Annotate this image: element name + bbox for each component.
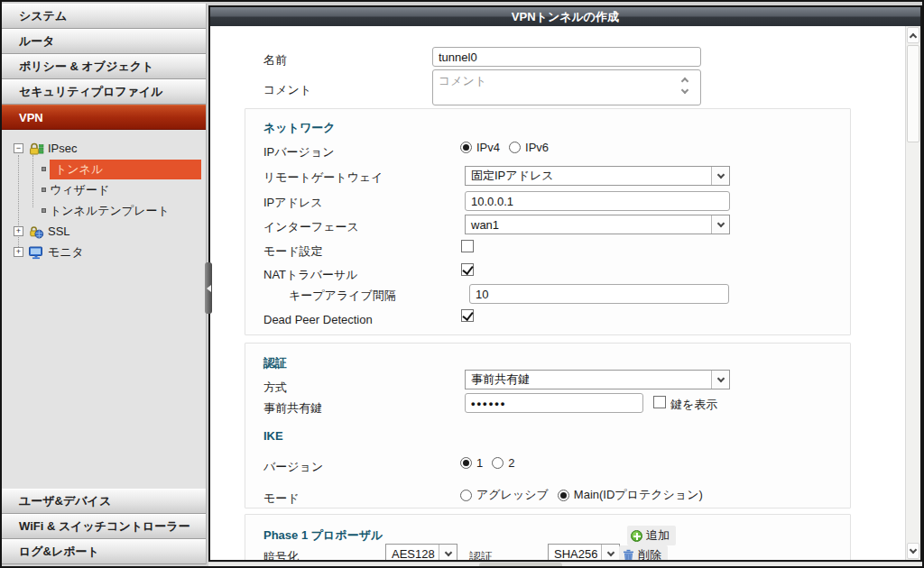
horizontal-scrollbar[interactable] xyxy=(208,563,922,568)
tree-item-label: SSL xyxy=(48,224,70,238)
phase1-auth-select[interactable]: SHA256 xyxy=(548,544,620,560)
ipv4-radio-label: IPv4 xyxy=(476,141,500,154)
ip-address-label: IPアドレス xyxy=(263,195,323,211)
collapse-minus-icon[interactable]: − xyxy=(14,143,23,153)
encryption-label: 暗号化 xyxy=(263,549,299,560)
comment-resize-icon[interactable] xyxy=(682,76,688,93)
aggressive-radio-label: アグレッシブ xyxy=(476,487,549,503)
name-input[interactable] xyxy=(432,47,701,67)
sidebar: システム ルータ ポリシー & オブジェクト セキュリティプロファイル VPN … xyxy=(2,4,207,564)
tree-item-monitor[interactable]: + モニタ xyxy=(2,242,206,262)
ipv6-radio[interactable] xyxy=(509,142,521,153)
delete-label: 削除 xyxy=(638,547,661,560)
ike-version-label: バージョン xyxy=(263,459,323,475)
tree-item-tunnel-template[interactable]: トンネルテンプレート xyxy=(2,200,206,221)
sidebar-item-system[interactable]: システム xyxy=(2,4,206,29)
chevron-down-icon xyxy=(439,545,457,560)
tree-item-label: トンネル xyxy=(50,160,201,179)
scroll-up-button[interactable] xyxy=(907,27,919,43)
psk-input[interactable] xyxy=(465,393,643,413)
interface-label: インターフェース xyxy=(263,219,359,235)
select-value: SHA256 xyxy=(549,547,597,561)
scrollbar-thumb[interactable] xyxy=(907,45,919,142)
ipv4-radio[interactable] xyxy=(460,142,472,153)
scroll-down-button[interactable] xyxy=(907,543,919,559)
vpn-tree: − IPsec トンネル ウィザード xyxy=(2,130,206,262)
ip-version-radios: IPv4 IPv6 xyxy=(460,141,558,154)
chevron-up-icon xyxy=(681,78,688,85)
nat-traversal-label: NATトラバーサル xyxy=(263,267,358,283)
sidebar-item-vpn[interactable]: VPN xyxy=(2,105,206,130)
ip-address-input[interactable] xyxy=(465,191,730,211)
main-mode-radio-label: Main(IDプロテクション) xyxy=(574,487,703,503)
tree-item-ipsec[interactable]: − IPsec xyxy=(2,138,206,159)
sidebar-spacer xyxy=(2,262,206,489)
mode-config-checkbox[interactable] xyxy=(461,240,474,252)
dpd-checkbox[interactable] xyxy=(461,309,474,322)
phase1-auth-label: 認証 xyxy=(469,549,493,560)
expand-plus-icon[interactable]: + xyxy=(14,226,23,236)
keepalive-input[interactable] xyxy=(469,284,729,304)
hscrollbar-thumb[interactable] xyxy=(479,563,562,568)
form-content: 名前 コメント ネットワーク IPバージョン IPv4 IPv6 リモートゲート… xyxy=(210,26,905,560)
comment-label: コメント xyxy=(263,82,311,98)
sidebar-item-security-profiles[interactable]: セキュリティプロファイル xyxy=(2,79,206,105)
sidebar-collapse-handle[interactable] xyxy=(205,262,212,314)
remote-gateway-label: リモートゲートウェイ xyxy=(263,169,383,186)
method-label: 方式 xyxy=(263,380,287,396)
monitor-icon xyxy=(28,245,44,260)
tree-item-label: トンネルテンプレート xyxy=(50,203,170,219)
add-proposal-button[interactable]: 追加 xyxy=(627,526,676,545)
aggressive-radio[interactable] xyxy=(460,490,472,501)
select-value: 固定IPアドレス xyxy=(466,168,554,184)
mode-config-label: モード設定 xyxy=(263,243,323,260)
ike-version-1-radio[interactable] xyxy=(460,457,472,469)
remote-gateway-select[interactable]: 固定IPアドレス xyxy=(465,166,730,186)
ike-version-1-label: 1 xyxy=(476,456,483,470)
tree-item-ssl[interactable]: + SSL xyxy=(2,221,206,242)
ike-mode-radios: アグレッシブ Main(IDプロテクション) xyxy=(460,487,712,503)
vertical-scrollbar[interactable] xyxy=(905,26,920,560)
nat-traversal-checkbox[interactable] xyxy=(461,263,474,276)
application-window: システム ルータ ポリシー & オブジェクト セキュリティプロファイル VPN … xyxy=(0,0,924,568)
sidebar-item-wifi-switch-controller[interactable]: WiFi & スイッチコントローラー xyxy=(2,514,206,539)
main-mode-radio[interactable] xyxy=(558,490,569,501)
tree-bullet-icon xyxy=(42,188,46,192)
method-select[interactable]: 事前共有鍵 xyxy=(465,370,730,389)
collapse-arrow-icon xyxy=(207,285,211,292)
tree-item-wizard[interactable]: ウィザード xyxy=(2,179,206,200)
chevron-down-icon xyxy=(681,87,688,94)
page-title: VPNトンネルの作成 xyxy=(210,7,920,26)
sidebar-item-router[interactable]: ルータ xyxy=(2,29,206,54)
main-panel: VPNトンネルの作成 名前 コメント ネットワーク IPバージョン IPv4 I… xyxy=(208,5,922,562)
tree-item-label: ウィザード xyxy=(50,182,109,198)
show-key-checkbox[interactable] xyxy=(653,396,666,408)
select-value: wan1 xyxy=(466,218,499,232)
comment-textarea[interactable] xyxy=(432,69,701,105)
chevron-down-icon xyxy=(711,215,729,234)
ike-section-header: IKE xyxy=(263,429,283,443)
ssl-lock-globe-icon xyxy=(28,224,44,239)
tree-item-tunnel[interactable]: トンネル xyxy=(2,159,201,179)
authentication-section xyxy=(245,343,851,508)
ike-version-2-label: 2 xyxy=(508,456,514,470)
name-label: 名前 xyxy=(263,52,287,69)
ipv6-radio-label: IPv6 xyxy=(525,141,549,154)
encryption-select[interactable]: AES128 xyxy=(385,544,457,560)
chevron-down-icon xyxy=(711,371,729,389)
tree-item-label: モニタ xyxy=(48,244,84,261)
sidebar-item-user-device[interactable]: ユーザ&デバイス xyxy=(2,489,206,514)
select-value: 事前共有鍵 xyxy=(466,371,530,388)
tree-bullet-icon xyxy=(42,167,46,171)
sidebar-item-policy-objects[interactable]: ポリシー & オブジェクト xyxy=(2,54,206,79)
expand-plus-icon[interactable]: + xyxy=(14,247,23,257)
add-icon xyxy=(631,530,642,542)
sidebar-item-log-report[interactable]: ログ&レポート xyxy=(2,539,206,564)
tree-bullet-icon xyxy=(42,208,46,213)
delete-proposal-button[interactable]: 削除 xyxy=(619,545,668,560)
interface-select[interactable]: wan1 xyxy=(465,215,730,234)
network-section-header: ネットワーク xyxy=(263,120,336,136)
phase1-section-header: Phase 1 プロポーザル xyxy=(263,527,383,544)
ip-version-label: IPバージョン xyxy=(263,144,335,160)
ike-version-2-radio[interactable] xyxy=(492,457,504,469)
